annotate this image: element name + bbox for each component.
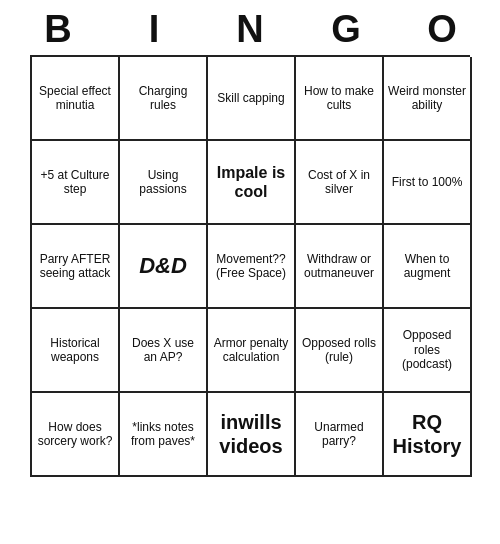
bingo-cell-18[interactable]: Opposed rolls (rule) — [296, 309, 384, 393]
header-letter-g: G — [302, 8, 390, 51]
bingo-cell-4[interactable]: Weird monster ability — [384, 57, 472, 141]
bingo-cell-17[interactable]: Armor penalty calculation — [208, 309, 296, 393]
bingo-cell-23[interactable]: Unarmed parry? — [296, 393, 384, 477]
bingo-cell-24[interactable]: RQ History — [384, 393, 472, 477]
bingo-cell-8[interactable]: Cost of X in silver — [296, 141, 384, 225]
header-letter-o: O — [398, 8, 486, 51]
header-letter-n: N — [206, 8, 294, 51]
bingo-cell-14[interactable]: When to augment — [384, 225, 472, 309]
bingo-cell-7[interactable]: Impale is cool — [208, 141, 296, 225]
bingo-cell-16[interactable]: Does X use an AP? — [120, 309, 208, 393]
bingo-cell-19[interactable]: Opposed roles (podcast) — [384, 309, 472, 393]
bingo-cell-12[interactable]: Movement?? (Free Space) — [208, 225, 296, 309]
bingo-cell-13[interactable]: Withdraw or outmaneuver — [296, 225, 384, 309]
bingo-cell-0[interactable]: Special effect minutia — [32, 57, 120, 141]
bingo-cell-5[interactable]: +5 at Culture step — [32, 141, 120, 225]
bingo-header: BINGO — [10, 0, 490, 55]
bingo-cell-10[interactable]: Parry AFTER seeing attack — [32, 225, 120, 309]
bingo-cell-15[interactable]: Historical weapons — [32, 309, 120, 393]
bingo-cell-6[interactable]: Using passions — [120, 141, 208, 225]
bingo-cell-1[interactable]: Charging rules — [120, 57, 208, 141]
bingo-cell-22[interactable]: inwills videos — [208, 393, 296, 477]
bingo-cell-21[interactable]: *links notes from paves* — [120, 393, 208, 477]
header-letter-i: I — [110, 8, 198, 51]
bingo-cell-9[interactable]: First to 100% — [384, 141, 472, 225]
bingo-cell-2[interactable]: Skill capping — [208, 57, 296, 141]
header-letter-b: B — [14, 8, 102, 51]
bingo-cell-3[interactable]: How to make cults — [296, 57, 384, 141]
bingo-grid: Special effect minutiaCharging rulesSkil… — [30, 55, 470, 477]
bingo-cell-11[interactable]: D&D — [120, 225, 208, 309]
bingo-cell-20[interactable]: How does sorcery work? — [32, 393, 120, 477]
